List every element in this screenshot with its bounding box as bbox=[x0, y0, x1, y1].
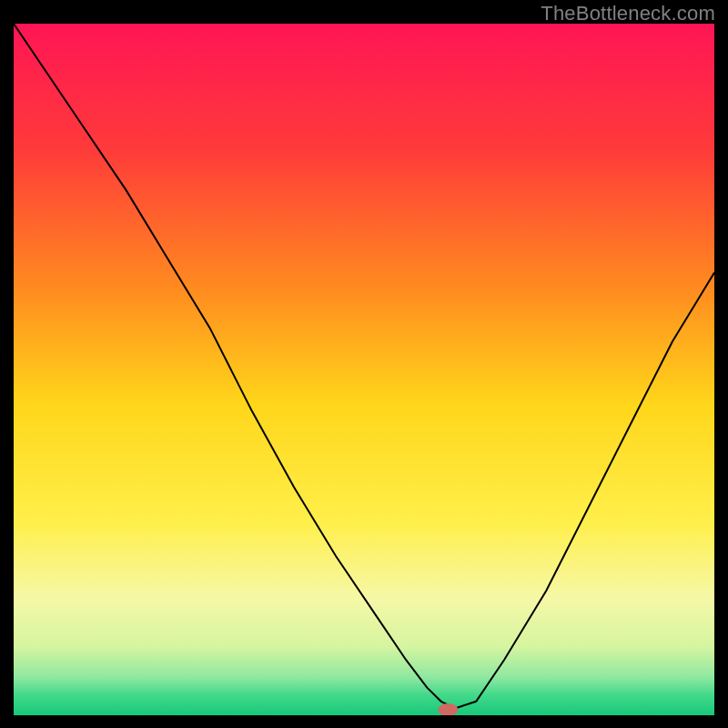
chart-frame: TheBottleneck.com bbox=[0, 0, 728, 728]
watermark-text: TheBottleneck.com bbox=[541, 2, 715, 25]
plot-area bbox=[14, 24, 714, 715]
marker-layer bbox=[14, 24, 714, 715]
minimum-marker bbox=[438, 703, 458, 715]
